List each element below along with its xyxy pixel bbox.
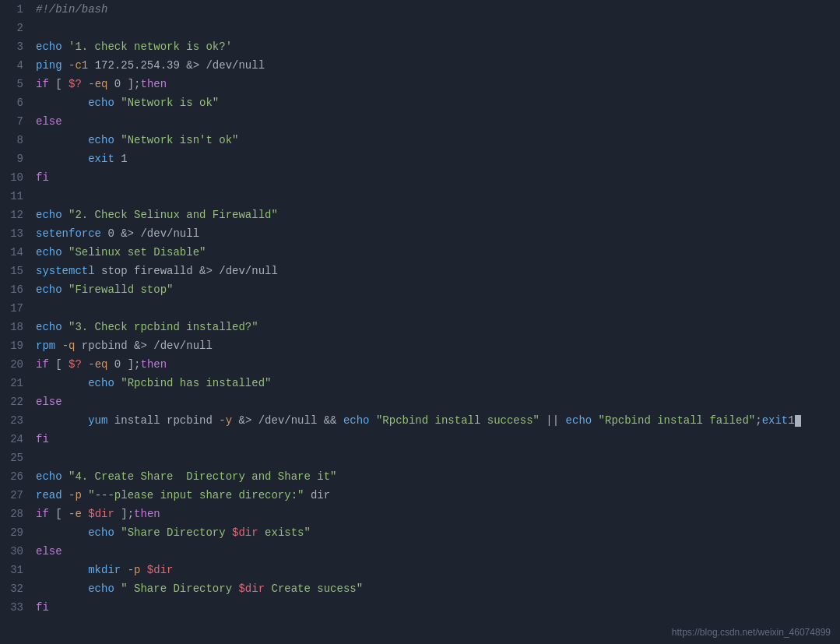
line-number: 6 [0, 93, 33, 112]
code-line: 22else [0, 392, 840, 411]
code-line: 6 echo "Network is ok" [0, 93, 840, 112]
code-line: 17 [0, 299, 840, 318]
code-editor: 1#!/bin/bash2 3echo '1. check network is… [0, 0, 840, 617]
code-line: 8 echo "Network isn't ok" [0, 131, 840, 150]
line-number: 12 [0, 206, 33, 224]
code-line: 9 exit 1 [0, 150, 840, 168]
line-number: 16 [0, 280, 33, 299]
line-content: echo "Firewalld stop" [33, 280, 840, 299]
line-number: 7 [0, 112, 33, 131]
code-line: 18echo "3. Check rpcbind installed?" [0, 318, 840, 336]
line-content: if [ $? -eq 0 ];then [33, 355, 840, 374]
code-line: 25 [0, 449, 840, 467]
code-line: 16echo "Firewalld stop" [0, 280, 840, 299]
line-number: 15 [0, 262, 33, 280]
line-number: 26 [0, 467, 33, 486]
line-number: 9 [0, 150, 33, 168]
line-number: 5 [0, 75, 33, 93]
line-number: 18 [0, 318, 33, 336]
code-line: 30else [0, 542, 840, 561]
line-number: 22 [0, 392, 33, 411]
code-line: 31 mkdir -p $dir [0, 561, 840, 579]
code-line: 11 [0, 187, 840, 206]
code-line: 13setenforce 0 &> /dev/null [0, 224, 840, 243]
line-content: fi [33, 598, 840, 617]
line-number: 25 [0, 449, 33, 467]
line-content: setenforce 0 &> /dev/null [33, 224, 840, 243]
line-content: systemctl stop firewalld &> /dev/null [33, 262, 840, 280]
line-number: 31 [0, 561, 33, 579]
line-content: if [ $? -eq 0 ];then [33, 75, 840, 93]
line-number: 24 [0, 430, 33, 449]
line-content: echo '1. check network is ok?' [33, 37, 840, 56]
line-content: rpm -q rpcbind &> /dev/null [33, 336, 840, 355]
code-line: 7else [0, 112, 840, 131]
code-line: 15systemctl stop firewalld &> /dev/null [0, 262, 840, 280]
code-line: 14echo "Selinux set Disable" [0, 243, 840, 262]
line-content: else [33, 542, 840, 561]
code-line: 32 echo " Share Directory $dir Create su… [0, 579, 840, 598]
line-number: 28 [0, 505, 33, 523]
line-number: 10 [0, 168, 33, 187]
line-number: 23 [0, 411, 33, 430]
code-line: 26echo "4. Create Share Directory and Sh… [0, 467, 840, 486]
line-content: else [33, 112, 840, 131]
code-line: 2 [0, 19, 840, 37]
line-content: yum install rpcbind -y &> /dev/null && e… [33, 411, 840, 430]
code-line: 5if [ $? -eq 0 ];then [0, 75, 840, 93]
line-content: echo "Share Directory $dir exists" [33, 523, 840, 542]
line-number: 30 [0, 542, 33, 561]
line-number: 8 [0, 131, 33, 150]
line-content: if [ -e $dir ];then [33, 505, 840, 523]
line-content: echo "2. Check Selinux and Firewalld" [33, 206, 840, 224]
line-number: 3 [0, 37, 33, 56]
line-content [33, 187, 840, 206]
line-number: 14 [0, 243, 33, 262]
code-line: 24fi [0, 430, 840, 449]
code-line: 23 yum install rpcbind -y &> /dev/null &… [0, 411, 840, 430]
line-content: read -p "---please input share direcory:… [33, 486, 840, 505]
line-content: echo " Share Directory $dir Create suces… [33, 579, 840, 598]
line-content: else [33, 392, 840, 411]
line-content [33, 299, 840, 318]
line-content: echo "Network isn't ok" [33, 131, 840, 150]
line-number: 13 [0, 224, 33, 243]
line-content: echo "Rpcbind has installed" [33, 374, 840, 392]
code-line: 3echo '1. check network is ok?' [0, 37, 840, 56]
line-content [33, 19, 840, 37]
line-number: 27 [0, 486, 33, 505]
line-number: 17 [0, 299, 33, 318]
line-content: fi [33, 430, 840, 449]
line-number: 4 [0, 56, 33, 75]
line-content: echo "4. Create Share Directory and Shar… [33, 467, 840, 486]
line-content: #!/bin/bash [33, 0, 840, 19]
line-content: mkdir -p $dir [33, 561, 840, 579]
line-content: ping -c1 172.25.254.39 &> /dev/null [33, 56, 840, 75]
text-cursor [795, 415, 801, 427]
line-content: exit 1 [33, 150, 840, 168]
code-line: 27read -p "---please input share direcor… [0, 486, 840, 505]
line-number: 1 [0, 0, 33, 19]
line-number: 20 [0, 355, 33, 374]
code-line: 33fi [0, 598, 840, 617]
code-line: 28if [ -e $dir ];then [0, 505, 840, 523]
line-number: 2 [0, 19, 33, 37]
line-number: 11 [0, 187, 33, 206]
code-line: 10fi [0, 168, 840, 187]
line-content: fi [33, 168, 840, 187]
line-content: echo "Network is ok" [33, 93, 840, 112]
line-number: 19 [0, 336, 33, 355]
code-line: 20if [ $? -eq 0 ];then [0, 355, 840, 374]
code-line: 29 echo "Share Directory $dir exists" [0, 523, 840, 542]
line-number: 33 [0, 598, 33, 617]
code-line: 4ping -c1 172.25.254.39 &> /dev/null [0, 56, 840, 75]
code-line: 19rpm -q rpcbind &> /dev/null [0, 336, 840, 355]
line-number: 21 [0, 374, 33, 392]
line-content: echo "3. Check rpcbind installed?" [33, 318, 840, 336]
line-number: 32 [0, 579, 33, 598]
code-line: 21 echo "Rpcbind has installed" [0, 374, 840, 392]
line-number: 29 [0, 523, 33, 542]
code-line: 1#!/bin/bash [0, 0, 840, 19]
line-content [33, 449, 840, 467]
watermark: https://blog.csdn.net/weixin_46074899 [672, 627, 831, 638]
